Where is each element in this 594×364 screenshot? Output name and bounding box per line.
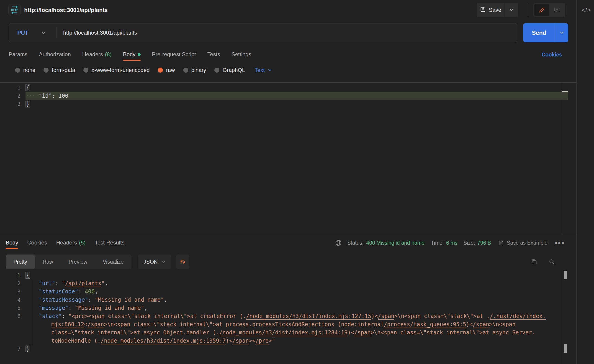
code-snippet-toggle[interactable]: </> <box>579 0 594 20</box>
radio-label: binary <box>191 67 206 73</box>
request-tabs: ParamsAuthorizationHeaders(8)BodyPre-req… <box>9 48 251 61</box>
response-view-preview[interactable]: Preview <box>61 254 95 269</box>
request-tab-tests[interactable]: Tests <box>207 51 220 58</box>
code-line-content: toNodeHandle (./node_modules/h3/dist/ind… <box>26 337 568 345</box>
request-tab-body[interactable]: Body <box>123 51 141 58</box>
stack-file-link[interactable]: /api/plants <box>65 280 101 287</box>
response-format-dropdown[interactable]: JSON <box>138 254 171 269</box>
response-tab-body[interactable]: Body <box>6 239 18 246</box>
response-view-pretty[interactable]: Pretty <box>6 254 35 269</box>
stack-file-link[interactable]: /span <box>354 329 371 336</box>
code-line[interactable]: 7} <box>0 345 568 353</box>
code-line[interactable]: 2"url": "/api/plants", <box>0 279 568 287</box>
code-line[interactable]: 2····"id": 100 <box>0 92 568 100</box>
tab-count-badge: (5) <box>79 239 85 246</box>
save-as-example-label: Save as Example <box>507 240 547 246</box>
code-line[interactable]: 1{ <box>0 271 568 279</box>
save-button[interactable]: Save <box>477 3 505 17</box>
stack-file-link[interactable]: /.nuxt/dev/index. <box>490 313 546 320</box>
scrollbar-thumb[interactable] <box>564 344 567 353</box>
code-token: toNodeHandle (. <box>51 338 101 344</box>
response-more-menu[interactable]: ●●● <box>554 240 565 246</box>
code-line[interactable]: 6"stack": "<pre><span class=\"stack inte… <box>0 312 568 320</box>
code-token: >\n<span class=\"stack internal\">at pro… <box>104 321 384 328</box>
request-tab-params[interactable]: Params <box>9 51 27 58</box>
send-button[interactable]: Send <box>523 23 555 42</box>
request-tab-pre-request-script[interactable]: Pre-request Script <box>152 51 196 58</box>
response-tab-cookies[interactable]: Cookies <box>27 239 47 246</box>
body-mode-none[interactable]: none <box>15 67 35 73</box>
method-selector[interactable]: PUT <box>17 30 28 36</box>
code-line[interactable]: 3"statusCode": 400, <box>0 287 568 296</box>
stack-file-link[interactable]: /node_modules/h3/dist/index.mjs:1359:7 <box>101 338 226 344</box>
code-line[interactable]: class=\"stack internal\">at async Object… <box>0 329 568 337</box>
code-line[interactable]: 5"message": "Missing id and name", <box>0 304 568 312</box>
scrollbar-thumb[interactable] <box>564 271 567 279</box>
response-tab-headers[interactable]: Headers(5) <box>56 239 85 246</box>
code-token: } <box>26 101 30 107</box>
stack-file-link[interactable]: /pre <box>256 338 269 344</box>
copy-response-button[interactable] <box>531 258 537 265</box>
tab-count-badge: (8) <box>105 51 112 58</box>
active-tab-underline <box>6 248 18 249</box>
send-options-caret[interactable] <box>555 23 568 42</box>
line-number: 3 <box>0 287 26 296</box>
stack-file-link[interactable]: /node_modules/h3/dist/index.mjs:1284:19 <box>219 329 348 336</box>
save-options-caret[interactable] <box>505 3 518 17</box>
radio-label: raw <box>166 67 175 73</box>
pencil-icon <box>539 7 545 13</box>
beautify-button[interactable] <box>176 254 189 269</box>
body-mode-graphql[interactable]: GraphQL <box>214 67 245 73</box>
code-line[interactable]: 3} <box>0 100 568 108</box>
radio-circle-icon <box>44 68 48 73</box>
body-mode-raw[interactable]: raw <box>158 67 175 73</box>
size-value: 796 B <box>477 240 491 246</box>
code-line[interactable]: 4"statusMessage": "Missing id and name", <box>0 296 568 304</box>
tab-label: Authorization <box>39 51 71 58</box>
request-body-editor[interactable]: 1{2····"id": 1003} <box>0 82 576 235</box>
stack-file-link[interactable]: /span <box>473 321 489 328</box>
line-number <box>0 329 26 337</box>
request-tab-authorization[interactable]: Authorization <box>39 51 71 58</box>
body-mode-form-data[interactable]: form-data <box>44 67 75 73</box>
editor-scrollbar[interactable] <box>562 83 568 235</box>
tab-label: Tests <box>207 51 220 58</box>
stack-file-link[interactable]: /node_modules/h3/dist/index.mjs:127:15 <box>246 313 371 320</box>
stack-file-link[interactable]: mjs:860:12 <box>51 321 84 328</box>
body-mode-x-www-form-urlencoded[interactable]: x-www-form-urlencoded <box>83 67 150 73</box>
search-response-button[interactable] <box>549 258 555 265</box>
stack-file-link[interactable]: /span <box>378 313 394 320</box>
comments-button[interactable] <box>549 7 564 13</box>
radio-circle-icon <box>15 68 20 73</box>
response-body-editor[interactable]: 1{2"url": "/api/plants",3"statusCode": 4… <box>0 271 576 364</box>
code-line[interactable]: toNodeHandle (./node_modules/h3/dist/ind… <box>0 337 568 345</box>
code-line[interactable]: 1{ <box>0 84 568 92</box>
body-mode-binary[interactable]: binary <box>183 67 206 73</box>
tab-label: Cookies <box>27 239 47 246</box>
code-token: : <box>55 280 62 287</box>
code-token: , <box>164 297 167 303</box>
response-view-raw[interactable]: Raw <box>35 254 61 269</box>
code-token: "Missing id and name" <box>75 305 144 311</box>
edit-mode-button[interactable] <box>534 4 549 16</box>
status-label: Status: <box>347 240 364 246</box>
code-line-content: } <box>26 345 568 353</box>
url-input[interactable]: http://localhost:3001/api/plants <box>63 30 137 36</box>
code-token: )< <box>226 338 232 344</box>
stack-file-link[interactable]: /process/task_queues:95:5 <box>384 321 466 328</box>
response-view-visualize[interactable]: Visualize <box>95 254 131 269</box>
radio-label: x-www-form-urlencoded <box>92 67 150 73</box>
code-token: "id": 100 <box>39 93 68 99</box>
raw-type-dropdown[interactable]: Text <box>255 67 272 73</box>
request-tab-settings[interactable]: Settings <box>231 51 251 58</box>
code-line[interactable]: mjs:860:12</span>\n<span class=\"stack i… <box>0 320 568 329</box>
code-token: "Missing id and name" <box>95 297 164 303</box>
method-caret-icon[interactable] <box>41 31 46 35</box>
request-tab-headers[interactable]: Headers(8) <box>82 51 112 58</box>
stack-file-link[interactable]: /span <box>88 321 104 328</box>
stack-file-link[interactable]: /span <box>232 338 249 344</box>
svg-text:HTTP: HTTP <box>11 8 18 12</box>
save-as-example-button[interactable]: Save as Example <box>498 240 547 246</box>
response-tab-test-results[interactable]: Test Results <box>94 239 124 246</box>
cookies-link[interactable]: Cookies <box>542 48 562 61</box>
